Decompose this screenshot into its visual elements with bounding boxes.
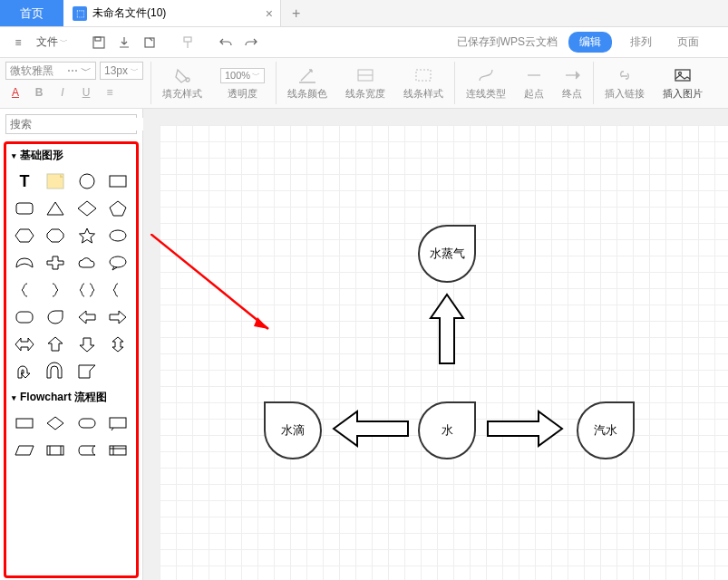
svg-point-4 xyxy=(186,78,189,82)
shape-fc-data[interactable] xyxy=(10,438,39,463)
shape-note[interactable] xyxy=(41,169,70,194)
shape-diamond[interactable] xyxy=(73,196,102,221)
svg-rect-1 xyxy=(95,37,101,41)
node-water[interactable]: 水 xyxy=(418,401,476,459)
shape-brace-r[interactable] xyxy=(41,277,70,303)
basic-shapes-grid: T xyxy=(6,167,136,386)
arrow-up[interactable] xyxy=(427,293,467,365)
align-button[interactable]: ≡ xyxy=(100,83,120,102)
shape-fc-process[interactable] xyxy=(10,411,39,436)
download-icon[interactable] xyxy=(113,32,135,53)
shape-ellipse[interactable] xyxy=(103,223,132,248)
fill-style-button[interactable]: 填充样式 xyxy=(153,58,211,108)
category-flowchart[interactable]: Flowchart 流程图 xyxy=(6,386,136,409)
shape-arrow-left[interactable] xyxy=(73,304,102,330)
shape-hexagon[interactable] xyxy=(10,223,39,248)
shape-brace-l[interactable] xyxy=(10,277,39,303)
shape-octagon[interactable] xyxy=(41,223,70,248)
search-input[interactable]: 🔍 xyxy=(5,114,137,134)
line-width-button[interactable]: 线条宽度 xyxy=(336,58,394,108)
bold-button[interactable]: B xyxy=(29,83,49,102)
node-drop[interactable]: 水滴 xyxy=(264,401,322,459)
shape-fc-predefined[interactable] xyxy=(41,438,70,463)
page-menu[interactable]: 页面 xyxy=(670,34,706,50)
edit-button[interactable]: 编辑 xyxy=(568,32,612,53)
shape-arrow-up[interactable] xyxy=(41,332,70,357)
shape-panel: 基础图形 T xyxy=(4,141,139,578)
end-point-button[interactable]: 终点 xyxy=(553,58,591,108)
shape-circle[interactable] xyxy=(73,169,102,194)
svg-rect-3 xyxy=(184,37,191,42)
tab-home[interactable]: 首页 xyxy=(0,0,63,26)
shape-arrow-down[interactable] xyxy=(73,332,102,357)
svg-rect-7 xyxy=(416,70,431,81)
shape-uturn2[interactable] xyxy=(41,359,70,384)
start-point-button[interactable]: 起点 xyxy=(515,58,553,108)
new-tab-button[interactable]: + xyxy=(281,0,311,26)
shape-brace-single[interactable] xyxy=(103,277,132,303)
shape-pentagon[interactable] xyxy=(103,196,132,221)
shape-fc-decision[interactable] xyxy=(41,411,70,436)
shape-roundrect2[interactable] xyxy=(10,304,39,330)
insert-link-button[interactable]: 插入链接 xyxy=(596,58,654,108)
tab-bar: 首页 ⬚ 未命名文件(10) × + xyxy=(0,0,728,27)
line-color-button[interactable]: 线条颜色 xyxy=(278,58,336,108)
svg-point-17 xyxy=(110,230,126,241)
svg-rect-19 xyxy=(16,312,33,323)
shape-braces[interactable] xyxy=(73,277,102,303)
svg-rect-16 xyxy=(16,203,33,214)
export-icon[interactable] xyxy=(139,32,160,53)
shape-plus[interactable] xyxy=(41,250,70,276)
arrange-menu[interactable]: 排列 xyxy=(623,34,659,50)
italic-button[interactable]: I xyxy=(53,83,73,102)
shape-blank[interactable] xyxy=(103,359,132,384)
shape-roundrect[interactable] xyxy=(10,196,39,221)
insert-image-button[interactable]: 插入图片 xyxy=(654,58,712,108)
canvas[interactable]: 水蒸气 水滴 水 汽水 xyxy=(143,109,728,580)
shape-arrow-lr[interactable] xyxy=(10,332,39,357)
arrow-left[interactable] xyxy=(332,406,410,451)
shape-trapezoid[interactable] xyxy=(10,250,39,276)
opacity-button[interactable]: 100%﹀ 透明度 xyxy=(211,58,274,108)
arrow-right[interactable] xyxy=(486,406,564,451)
file-menu[interactable]: 文件﹀ xyxy=(33,34,72,50)
shape-drop[interactable] xyxy=(41,304,70,330)
shape-triangle[interactable] xyxy=(41,196,70,221)
menubar: ≡ 文件﹀ 已保存到WPS云文档 编辑 排列 页面 xyxy=(0,27,728,58)
font-size-select[interactable]: 13px﹀ xyxy=(100,62,143,80)
shape-fc-terminator[interactable] xyxy=(73,411,102,436)
underline-button[interactable]: U xyxy=(76,83,96,102)
format-painter-icon[interactable] xyxy=(177,32,199,53)
font-select[interactable]: 微软雅黑⋯ ﹀ xyxy=(5,62,96,80)
shape-text[interactable]: T xyxy=(10,169,39,194)
save-icon[interactable] xyxy=(88,32,110,53)
shape-speech[interactable] xyxy=(103,250,132,276)
shape-cloud[interactable] xyxy=(73,250,102,276)
shape-arrow-right[interactable] xyxy=(103,304,132,330)
redo-icon[interactable] xyxy=(240,32,262,53)
shape-arrow-ud[interactable] xyxy=(103,332,132,357)
menu-icon[interactable]: ≡ xyxy=(7,32,29,53)
shape-uturn[interactable] xyxy=(10,359,39,384)
font-color-button[interactable]: A xyxy=(5,83,25,102)
shape-corner[interactable] xyxy=(73,359,102,384)
shape-rect[interactable] xyxy=(103,169,132,194)
shape-star[interactable] xyxy=(73,223,102,248)
tab-document[interactable]: ⬚ 未命名文件(10) × xyxy=(63,0,281,26)
undo-icon[interactable] xyxy=(215,32,237,53)
shape-fc-stored[interactable] xyxy=(73,438,102,463)
close-icon[interactable]: × xyxy=(266,6,273,21)
node-soda[interactable]: 汽水 xyxy=(577,401,635,459)
line-style-button[interactable]: 线条样式 xyxy=(394,58,452,108)
svg-point-11 xyxy=(679,72,682,75)
search-field[interactable] xyxy=(10,118,146,130)
annotation-arrow xyxy=(150,234,286,343)
shape-fc-internal[interactable] xyxy=(103,438,132,463)
svg-line-29 xyxy=(150,234,268,329)
node-steam[interactable]: 水蒸气 xyxy=(418,225,476,283)
svg-text:T: T xyxy=(20,172,30,190)
connection-type-button[interactable]: 连线类型 xyxy=(457,58,515,108)
svg-rect-21 xyxy=(79,419,95,428)
shape-fc-display[interactable] xyxy=(103,411,132,436)
category-basic[interactable]: 基础图形 xyxy=(6,144,136,167)
